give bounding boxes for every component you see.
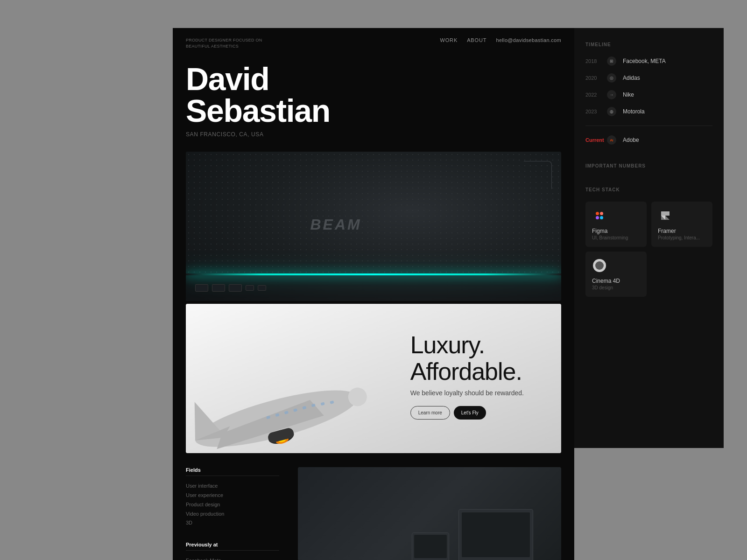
- timeline-company-current: Adobe: [623, 137, 639, 143]
- hero-section: David Sebastian SAN FRANCISCO, CA, USA: [173, 58, 574, 152]
- beam-port-1: [195, 284, 208, 292]
- timeline-title: TIMELINE: [585, 42, 712, 47]
- cinema4d-desc: 3D design: [592, 285, 640, 290]
- timeline-year-3: 2022: [585, 92, 600, 98]
- main-portfolio-window: PRODUCT DESIGNER FOCUSED ON BEAUTIFUL AE…: [173, 28, 574, 560]
- framer-desc: Prototyping, Intera...: [658, 235, 706, 240]
- fields-label: Fields: [186, 467, 279, 476]
- timeline-year-2: 2020: [585, 75, 600, 81]
- beam-port-2: [212, 284, 225, 292]
- beam-surface: BEAM: [186, 152, 561, 301]
- tech-card-figma: Figma UI, Brainstorming: [585, 202, 647, 247]
- important-numbers-section: IMPORTANT NUMBERS: [585, 163, 712, 168]
- field-item-5: 3D: [186, 518, 279, 528]
- field-item-4: Video production: [186, 510, 279, 519]
- right-panel: TIMELINE 2018 ⊞ Facebook, META 2020 ◎ Ad…: [574, 28, 724, 448]
- timeline-section: TIMELINE 2018 ⊞ Facebook, META 2020 ◎ Ad…: [585, 42, 712, 145]
- timeline-item-1: 2018 ⊞ Facebook, META: [585, 56, 712, 66]
- lets-fly-button[interactable]: Let's Fly: [454, 406, 486, 420]
- timeline-year-current: Current: [585, 137, 600, 143]
- third-project-card[interactable]: [298, 467, 561, 560]
- luxury-surface: Luxury. Affordable. We believe loyalty s…: [186, 304, 561, 453]
- field-item-2: User experience: [186, 491, 279, 500]
- cinema4d-icon: [592, 258, 607, 273]
- beam-dots-pattern: [186, 152, 561, 273]
- beam-corner-detail: [524, 161, 552, 189]
- field-item-3: Product design: [186, 500, 279, 510]
- field-item-1: User interface: [186, 482, 279, 491]
- navigation: PRODUCT DESIGNER FOCUSED ON BEAUTIFUL AE…: [173, 28, 574, 58]
- third-project-bg: [298, 467, 561, 560]
- previously-label: Previously at: [186, 542, 279, 551]
- beam-ports: [195, 284, 266, 292]
- previously-list: Facebook Meta Nike Adobe: [186, 556, 279, 560]
- project-images: BEAM: [173, 152, 574, 453]
- nav-about-link[interactable]: ABOUT: [467, 37, 486, 43]
- beam-port-5: [258, 285, 266, 291]
- tech-stack-title: TECH STACK: [585, 187, 712, 192]
- motorola-icon: ◍: [607, 107, 616, 116]
- adidas-icon: ◎: [607, 73, 616, 83]
- framer-icon: [658, 208, 673, 223]
- device-shape: [458, 509, 533, 560]
- hero-location: SAN FRANCISCO, CA, USA: [186, 131, 561, 138]
- fields-section: Fields User interface User experience Pr…: [186, 467, 279, 528]
- luxury-sub: We believe loyalty should be rewarded.: [410, 389, 524, 397]
- fields-list: User interface User experience Product d…: [186, 482, 279, 528]
- learn-more-button[interactable]: Learn more: [410, 406, 450, 420]
- important-numbers-title: IMPORTANT NUMBERS: [585, 163, 712, 168]
- sidebar-info: Fields User interface User experience Pr…: [186, 467, 279, 560]
- timeline-divider: [585, 126, 712, 126]
- beam-light-bar: [186, 273, 561, 275]
- timeline-item-3: 2022 → Nike: [585, 90, 712, 99]
- timeline-item-2: 2020 ◎ Adidas: [585, 73, 712, 83]
- small-device: [412, 532, 449, 560]
- tech-stack-section: TECH STACK: [585, 187, 712, 297]
- svg-marker-17: [661, 211, 669, 216]
- figma-icon: [592, 208, 607, 223]
- facebook-icon: ⊞: [607, 56, 616, 66]
- project-card-luxury[interactable]: Luxury. Affordable. We believe loyalty s…: [186, 304, 561, 453]
- timeline-company-1: Facebook, META: [623, 58, 666, 64]
- beam-port-3: [229, 284, 242, 292]
- adobe-icon: Ai: [607, 135, 616, 145]
- luxury-buttons: Learn more Let's Fly: [410, 406, 524, 420]
- luxury-text-block: Luxury. Affordable. We believe loyalty s…: [410, 332, 524, 419]
- tech-card-cinema4d: Cinema 4D 3D design: [585, 252, 647, 297]
- timeline-year-4: 2023: [585, 109, 600, 114]
- device-screen: [462, 512, 530, 557]
- tech-stack-grid: Figma UI, Brainstorming Framer Prototypi…: [585, 202, 712, 297]
- small-device-screen: [414, 535, 447, 558]
- hero-name: David Sebastian: [186, 63, 561, 126]
- project-card-beam[interactable]: BEAM: [186, 152, 561, 301]
- timeline-company-2: Adidas: [623, 75, 640, 81]
- timeline-item-4: 2023 ◍ Motorola: [585, 107, 712, 116]
- nav-email[interactable]: hello@davidsebastian.com: [496, 37, 561, 43]
- bottom-section: Fields User interface User experience Pr…: [173, 467, 574, 560]
- prev-item-1: Facebook Meta: [186, 556, 279, 560]
- timeline-company-3: Nike: [623, 91, 634, 98]
- figma-desc: UI, Brainstorming: [592, 235, 640, 240]
- cinema4d-name: Cinema 4D: [592, 278, 640, 284]
- timeline-company-4: Motorola: [623, 108, 645, 115]
- timeline-year-1: 2018: [585, 58, 600, 64]
- framer-name: Framer: [658, 228, 706, 234]
- nav-right: WORK ABOUT hello@davidsebastian.com: [440, 37, 561, 43]
- airplane-illustration: [186, 304, 415, 453]
- nav-work-link[interactable]: WORK: [440, 37, 458, 43]
- beam-logo: BEAM: [310, 216, 361, 233]
- beam-port-4: [246, 285, 254, 291]
- nav-tagline: PRODUCT DESIGNER FOCUSED ON BEAUTIFUL AE…: [186, 37, 262, 49]
- timeline-item-current: Current Ai Adobe: [585, 135, 712, 145]
- nike-icon: →: [607, 90, 616, 99]
- tech-card-framer: Framer Prototyping, Intera...: [651, 202, 712, 247]
- luxury-headline: Luxury. Affordable.: [410, 332, 524, 385]
- figma-name: Figma: [592, 228, 640, 234]
- previously-section: Previously at Facebook Meta Nike Adobe: [186, 542, 279, 560]
